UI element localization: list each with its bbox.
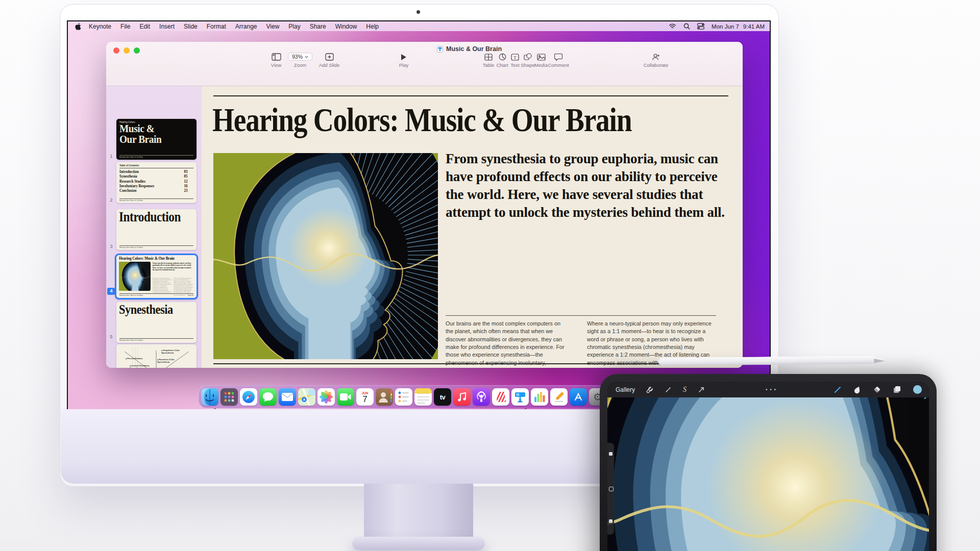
brush-size-sidebar[interactable]	[607, 443, 614, 535]
dock-icon-podcasts[interactable]	[473, 388, 490, 406]
dock-icon-photos[interactable]	[317, 388, 335, 406]
thumb2-toc: Introduction03 Synesthesia05 Research St…	[119, 169, 193, 193]
menu-bar-time[interactable]: 9:41 AM	[743, 23, 765, 30]
play-icon	[386, 52, 422, 61]
window-header: Music & Our Brain View 93% Zoom Add Slid…	[106, 42, 743, 86]
eraser-icon[interactable]	[873, 386, 881, 393]
procreate-canvas[interactable]	[607, 397, 929, 551]
brush-icon[interactable]	[834, 386, 842, 394]
menu-item[interactable]: Arrange	[231, 23, 262, 30]
menu-item[interactable]: Play	[284, 23, 305, 30]
menu-bar-status: Mon Jun 7 9:41 AM	[669, 21, 765, 31]
opacity-slider-handle[interactable]	[609, 519, 612, 523]
slide-canvas: Hearing Colors: Music & Our Brain From s…	[202, 86, 743, 368]
dock-icon-launchpad[interactable]	[220, 388, 238, 406]
dock-icon-facetime[interactable]	[337, 388, 354, 406]
minimize-button[interactable]	[124, 47, 130, 54]
modify-button[interactable]	[609, 487, 614, 491]
slide-title: Hearing Colors: Music & Our Brain	[212, 101, 631, 139]
slide-thumbnail-4-selected[interactable]: Hearing Colors: Music & Our Brain From s…	[115, 254, 198, 299]
imac-base	[352, 537, 485, 550]
comment-icon	[541, 52, 576, 61]
comment-button[interactable]: Comment	[541, 52, 576, 68]
slide-intro-text: From synesthesia to group euphoria, musi…	[446, 150, 725, 221]
ipad: Gallery S • • •	[600, 374, 937, 551]
dock-icon-music[interactable]	[453, 388, 471, 406]
slide-artwork	[213, 153, 438, 359]
slide-thumbnail-3[interactable]: Introduction Hearing Colors: Music & Our…	[116, 209, 197, 250]
dock-icon-messages[interactable]	[259, 388, 277, 406]
selection-icon[interactable]: S	[683, 386, 687, 394]
transform-arrow-icon[interactable]	[698, 386, 705, 393]
menu-bar: KeynoteFileEditInsertSlideFormatArrangeV…	[68, 21, 770, 31]
dock-icon-pages[interactable]	[550, 388, 568, 406]
dock-icon-tv[interactable]: tv	[434, 388, 451, 406]
imac-stand	[364, 484, 473, 541]
dock-icon-mail[interactable]	[279, 388, 296, 406]
dock-icon-news[interactable]	[492, 388, 509, 406]
dock-icon-maps[interactable]	[298, 388, 315, 406]
collaborate-icon	[638, 52, 674, 61]
menu-item[interactable]: Edit	[135, 23, 155, 30]
play-button[interactable]: Play	[386, 52, 422, 68]
menu-item[interactable]: Format	[202, 23, 231, 30]
add-slide-button[interactable]: Add Slide	[311, 52, 347, 68]
slide-column-left: Our brains are the most complex computer…	[446, 320, 568, 368]
format-icon	[741, 52, 743, 61]
search-icon[interactable]	[683, 23, 690, 30]
zoom-window-button[interactable]	[134, 47, 140, 54]
dock-icon-numbers[interactable]	[531, 388, 548, 406]
slide-thumbnail-1[interactable]: Hearing Colors: Music & Our Brain Hearin…	[116, 119, 197, 160]
thumb1-title: Music & Our Brain	[119, 123, 161, 145]
dock-icon-notes[interactable]	[414, 388, 432, 406]
menu-item[interactable]: Slide	[179, 23, 202, 30]
gallery-button[interactable]: Gallery	[616, 386, 635, 393]
add-slide-icon	[311, 52, 347, 61]
slide-thumbnail-2[interactable]: Table of Contents: Introduction03 Synest…	[116, 162, 197, 203]
menu-item[interactable]: Keynote	[84, 23, 116, 30]
menu-item[interactable]: Help	[361, 23, 383, 30]
dock-icon-keynote[interactable]	[511, 388, 529, 406]
collaborate-button[interactable]: Collaborate	[638, 52, 674, 68]
dock-icon-calendar[interactable]: JUN7	[356, 388, 374, 406]
layers-icon[interactable]	[893, 386, 901, 393]
window-title: Music & Our Brain	[446, 45, 502, 53]
dock-icon-contacts[interactable]	[376, 388, 393, 406]
slide-number: 3	[108, 244, 114, 249]
color-swatch[interactable]	[913, 385, 922, 394]
dock-icon-finder[interactable]	[201, 388, 218, 406]
slide-thumbnail-5[interactable]: Synesthesia Hearing Colors: Music & Our …	[116, 302, 197, 343]
size-slider-handle[interactable]	[609, 452, 612, 456]
window-title-group: Music & Our Brain	[437, 45, 502, 53]
keynote-doc-icon	[437, 46, 443, 53]
close-button[interactable]	[113, 47, 119, 54]
menu-item[interactable]: Insert	[155, 23, 179, 30]
more-options-icon[interactable]: • • •	[766, 387, 776, 392]
menu-item[interactable]: File	[116, 23, 135, 30]
adjustments-wand-icon[interactable]	[665, 386, 672, 393]
wifi-icon[interactable]	[669, 23, 676, 29]
dock-icon-safari[interactable]	[240, 388, 257, 406]
slide-page-number: Page 04	[677, 366, 728, 368]
thumb6-labels: Grapheme-Color SynesthesiaSound-to-Color…	[116, 344, 197, 368]
control-center-icon[interactable]	[697, 23, 704, 30]
apple-menu-icon[interactable]	[75, 23, 81, 30]
smudge-icon[interactable]	[854, 386, 861, 394]
procreate-toolbar: Gallery S • • •	[607, 382, 929, 397]
slide-thumbnail-6[interactable]: Grapheme-Color SynesthesiaSound-to-Color…	[116, 344, 197, 368]
keynote-window: Music & Our Brain View 93% Zoom Add Slid…	[106, 42, 743, 368]
format-button[interactable]: Format	[741, 52, 743, 68]
slide-number: 4	[108, 288, 114, 293]
slide-navigator: 1 Hearing Colors: Music & Our Brain Hear…	[106, 86, 202, 368]
menu-item[interactable]: View	[262, 23, 284, 30]
menu-bar-date[interactable]: Mon Jun 7	[712, 23, 739, 30]
dock-icon-appstore[interactable]	[570, 388, 587, 406]
actions-wrench-icon[interactable]	[646, 386, 653, 393]
menu-item[interactable]: Share	[305, 23, 331, 30]
menu-item[interactable]: Window	[331, 23, 362, 30]
thumb4-artwork	[119, 262, 151, 291]
procreate-artwork	[607, 397, 929, 551]
dock-icon-reminders[interactable]	[395, 388, 412, 406]
imac-display: KeynoteFileEditInsertSlideFormatArrangeV…	[68, 21, 770, 409]
slide-number: 5	[108, 334, 114, 339]
